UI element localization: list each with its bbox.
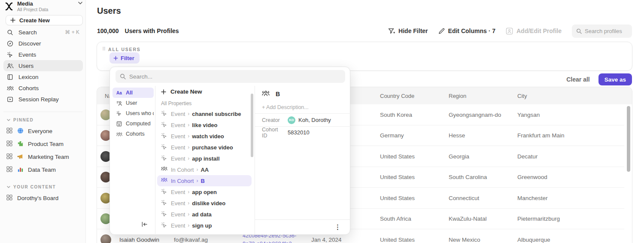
compass-icon [6,40,14,47]
creator-name: Koh, Dorothy [298,117,331,123]
save-as-button[interactable]: Save as [598,73,632,85]
megaphone-icon [17,153,24,160]
add-description-button[interactable]: + Add Description... [262,104,309,110]
filter-option-event-dislike-video[interactable]: Event› dislike video [155,197,252,209]
create-new-button[interactable]: Create New [6,15,83,25]
user-count-label: Users with Profiles [125,27,179,34]
pinned-header[interactable]: PINNED [3,115,83,125]
users-icon [6,62,14,70]
pinned-item-everyone[interactable]: Everyone [3,125,83,137]
workspace-name: Media [17,1,48,7]
filter-option-event-ad-data[interactable]: Event› ad data [155,209,252,220]
search-icon [576,28,582,34]
pinned-item-data-team[interactable]: Data Team [3,163,83,176]
cell-region: Hesse [449,132,517,139]
cell-region: New Mexico [449,237,517,243]
your-content-header[interactable]: YOUR CONTENT [3,182,83,191]
creator-avatar: KD [288,116,295,124]
column-header-region[interactable]: Region [449,93,517,99]
profile-search[interactable] [572,24,632,38]
breadcrumb-arrow-icon: › [188,144,189,150]
chevron-down-icon [7,186,10,188]
event-icon [161,211,168,218]
column-header-city[interactable]: City [517,93,632,99]
user-count-row: 100,000 Users with Profiles [97,27,179,34]
filter-option-event-channel-subscribe[interactable]: Event› channel subscribe [155,108,252,119]
cell-region: Gyeongsangnam-do [449,112,517,118]
clear-all-button[interactable]: Clear all [566,76,589,83]
cell-region: Georgia [449,153,517,160]
filter-group-label: ALL USERS [108,47,141,52]
add-filter-button[interactable]: Filter [109,52,140,64]
cell-city: Greenwood [517,174,632,180]
event-icon [161,188,168,195]
cell-city: Decatur [517,153,632,160]
pinned-item-product-team[interactable]: Product Team [3,137,83,150]
workspace-switcher[interactable]: Media All Project Data [4,1,82,12]
edit-columns-button[interactable]: Edit Columns · 7 [438,27,495,34]
filter-option-in-cohort-aa[interactable]: In Cohort› AA [155,164,252,175]
sidebar-item-cohorts[interactable]: Cohorts [3,82,83,94]
filter-option-event-sign-up[interactable]: Event› sign up [155,220,252,231]
plus-icon [161,89,166,94]
your-content-section: YOUR CONTENT Dorothy's Board [3,182,83,204]
funnel-plus-icon [388,28,395,34]
cell-country: United States [380,237,449,243]
sidebar-item-search[interactable]: Search ⌘ + K [3,27,83,38]
cell-region: KwaZulu-Natal [449,216,517,222]
more-options-icon[interactable]: ⋮ [334,223,341,231]
search-profiles-input[interactable] [585,28,628,34]
your-content-item-dorothys-board[interactable]: Dorothy's Board [3,191,83,204]
collapse-panel-icon[interactable] [140,220,149,228]
category-users-who-did[interactable]: Users who di... [112,108,154,118]
cell-country: United States [380,174,449,180]
cell-country: South Korea [380,112,449,118]
filter-option-event-app-open[interactable]: Event› app open [155,186,252,197]
filter-option-event-watch-video[interactable]: Event› watch video [155,131,252,142]
column-header-country-code[interactable]: Country Code [380,93,449,99]
sidebar-item-session-replay[interactable]: Session Replay [3,94,83,105]
table-scrollbar[interactable] [627,106,630,172]
popover-create-new-button[interactable]: Create New [155,86,254,97]
sidebar-item-events[interactable]: Events [3,49,83,60]
cohorts-icon [262,90,270,98]
sidebar-divider [3,112,82,112]
board-icon [6,194,13,201]
users-page: Media All Project Data Create New Search… [0,0,644,243]
cohort-id-label: Cohort ID [262,127,282,139]
cell-country: United States [380,195,449,201]
filter-save-row: Clear all Save as [566,73,632,85]
popover-scrollbar[interactable] [251,94,253,157]
filter-option-event-like-video[interactable]: Event› like video [155,119,252,131]
filter-option-in-cohort-b[interactable]: In Cohort› B [157,175,252,186]
filter-popover: Aa All User Users who di... Computed Coh… [109,67,350,235]
category-user[interactable]: User [112,98,154,108]
event-icon [161,110,168,117]
cell-city: Albuquerque [517,237,632,243]
sidebar-item-users[interactable]: Users [3,60,83,71]
globe-icon [17,128,24,134]
cell-date: Jan 4, 2024 [311,237,380,243]
breadcrumb-arrow-icon: › [188,211,189,217]
hide-filter-button[interactable]: Hide Filter [388,27,428,34]
cohorts-icon [6,85,14,92]
add-edit-profile-button[interactable]: Add/Edit Profile [506,27,562,35]
page-title: Users [97,6,121,16]
board-icon [6,166,13,173]
filter-option-event-purchase-video[interactable]: Event› purchase video [155,142,252,153]
category-all[interactable]: Aa All [112,88,154,98]
category-cohorts[interactable]: Cohorts [112,129,154,139]
popover-search-input[interactable] [129,73,341,80]
cohort-preview-panel: B + Add Description... Creator KD Koh, D… [255,86,350,235]
category-computed[interactable]: Computed [112,118,154,129]
plus-icon [113,56,118,61]
drag-handle-icon[interactable]: ⠿ [102,46,105,52]
text-format-icon: Aa [116,90,122,96]
popover-search[interactable] [115,70,345,83]
pinned-item-marketing-team[interactable]: Marketing Team [3,150,83,163]
sidebar-item-discover[interactable]: Discover [3,38,83,49]
breadcrumb-arrow-icon: › [188,222,189,228]
sidebar-item-lexicon[interactable]: Lexicon [3,71,83,82]
breadcrumb-arrow-icon: › [188,122,189,128]
filter-option-event-app-install[interactable]: Event› app install [155,153,252,164]
